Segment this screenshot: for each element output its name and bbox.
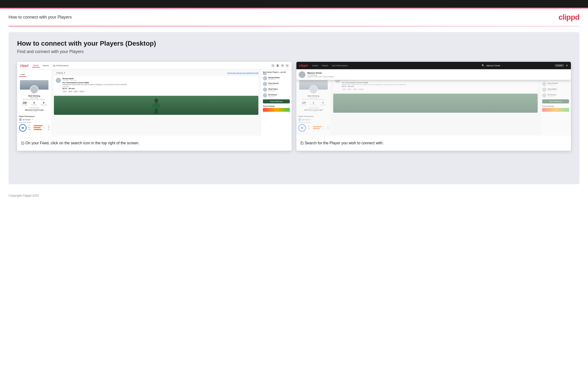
mock-nav-1: clippd Home Teams My Performance 🔍 👤 ⚙ ● — [17, 62, 292, 69]
mock-logo-2: clippd — [299, 64, 307, 67]
mock-feed-area: Following ▼ Control who can see your act… — [52, 69, 261, 136]
search-icon[interactable]: 🔍 — [271, 64, 274, 67]
app-value: 70 — [46, 127, 49, 128]
app-bar-row: APP 70 — [28, 127, 49, 128]
result-avatar — [299, 71, 305, 78]
player-avatar-0 — [263, 76, 267, 80]
activity-card: Richard Butler Yesterday · The Grove Pre… — [54, 76, 258, 94]
activity-avatar — [56, 78, 61, 83]
player-item-0: Richard Butler Activities: 7 — [263, 76, 290, 80]
player-acts-1: Activities: 4 — [268, 84, 278, 86]
arg-label: ARG — [28, 129, 33, 130]
player-item-1: Piers Parnell Activities: 4 — [263, 82, 290, 86]
main-content: How to connect with your Players (Deskto… — [9, 32, 579, 184]
profile-club-2: Mill Ride Golf Club, United Kingdom — [299, 99, 328, 100]
screenshot-2: clippd Home Teams My Performance 🔍 Marcu… — [296, 62, 571, 151]
copyright: Copyright Clippd 2022 — [9, 194, 39, 197]
mock-app-2: clippd Home Teams My Performance 🔍 Marcu… — [296, 62, 571, 136]
result-handicap: 1.5 Handicap — [307, 74, 334, 76]
feed-tab[interactable]: Feed — [19, 73, 26, 77]
activities-label: Activities — [22, 104, 27, 106]
page-title: How to connect with your Players — [9, 15, 72, 20]
hero-subtitle: Find and connect with your Players — [17, 49, 571, 54]
tag-ott: OTT — [62, 91, 67, 92]
quality-row: 84 OTT 79 APP — [19, 124, 49, 132]
arg-bar-row: ARG 84 — [28, 129, 49, 130]
arg-value: 84 — [46, 129, 49, 130]
player-name-0: Richard Butler — [268, 77, 280, 78]
activity-info: Richard Butler Yesterday · The Grove Pre… — [62, 78, 256, 92]
mock-body-1: Feed Blair McHarg Golf Coach Mill Ride G… — [17, 69, 292, 136]
mock-sidebar-1: Feed Blair McHarg Golf Coach Mill Ride G… — [17, 69, 52, 136]
activity-tags: OTT APP ARG PUTT — [62, 91, 256, 92]
screenshots-row: clippd Home Teams My Performance 🔍 👤 ⚙ ● — [17, 62, 571, 151]
header-divider — [9, 26, 579, 26]
mock-nav-home-2: Home — [311, 64, 319, 67]
score-circle: 84 — [19, 124, 26, 132]
tag-arg: ARG — [73, 91, 78, 92]
quality-label: Total Player Quality — [19, 122, 49, 123]
tag-putt: PUTT — [79, 91, 85, 92]
ott-label: OTT — [28, 125, 33, 127]
player-performance-title-2: Player Performance — [298, 116, 329, 117]
search-query-text[interactable]: Marcus Turner — [486, 64, 500, 67]
profile-name: Blair McHarg — [20, 95, 48, 97]
activity-duration: Duration — [62, 86, 256, 87]
activity-meta: Yesterday · The Grove — [62, 79, 256, 81]
ott-bar-row: OTT 79 — [28, 125, 49, 127]
player-avatar-3 — [263, 93, 267, 97]
mock-nav-teams: Teams — [42, 64, 50, 67]
team-dashboard-button-2[interactable]: Team Dashboard — [542, 99, 569, 103]
profile-club: Mill Ride Golf Club, United Kingdom — [20, 99, 48, 100]
svg-rect-1 — [154, 102, 158, 109]
profile-stats: 129 Activities 3 Followers 4 Following — [20, 101, 48, 106]
profile-card-2: Blair McHarg Golf Coach Mill Ride Golf C… — [298, 79, 329, 114]
mock-nav-teams-2: Teams — [321, 64, 329, 67]
profile-role: Golf Coach — [20, 97, 48, 99]
search-bar-nav: 🔍 Marcus Turner — [482, 64, 553, 67]
close-search-button[interactable]: ✕ — [566, 64, 568, 67]
most-active-title: Most Active Players - Last 30 days — [263, 71, 290, 75]
profile-role-2: Golf Coach — [299, 97, 328, 99]
mock-right-panel: Most Active Players - Last 30 days Richa… — [261, 69, 292, 136]
followers-label: Followers — [31, 104, 37, 106]
profile-name-2: Blair McHarg — [299, 95, 328, 97]
player-name-1: Piers Parnell — [268, 83, 278, 84]
heatmap-bar — [263, 108, 290, 112]
top-bar-accent — [0, 8, 588, 9]
player-acts-0: Activities: 7 — [268, 78, 280, 80]
ott-value: 79 — [46, 125, 49, 127]
caption-text-2: 2) Search for the Player you wish to con… — [300, 140, 567, 146]
activities-count: 129 — [22, 101, 27, 104]
svg-rect-5 — [156, 109, 158, 114]
latest-label-2: Latest Activity — [299, 107, 328, 109]
clear-button[interactable]: CLEAR — [555, 64, 564, 67]
player-item-3: Eli Vincent Activities: 1 — [263, 93, 290, 97]
mock-app-1: clippd Home Teams My Performance 🔍 👤 ⚙ ● — [17, 62, 292, 136]
player-acts-3: Activities: 1 — [268, 96, 277, 97]
control-link[interactable]: Control who can see your activity and da… — [227, 72, 258, 74]
player-performance-section-2: Player Performance Eli Vincent ▼ Total P… — [298, 116, 329, 132]
player-acts-2: Activities: 3 — [268, 90, 278, 91]
latest-label: Latest Activity — [20, 107, 48, 109]
team-dashboard-button[interactable]: Team Dashboard — [263, 99, 290, 103]
caption-1: 1) On your Feed, click on the search ico… — [17, 136, 292, 151]
followers-count: 3 — [31, 101, 37, 104]
player-select[interactable]: Eli Vincent ▼ — [19, 118, 49, 121]
result-name: Marcus Turner — [307, 72, 334, 74]
hero-title: How to connect with your Players (Deskto… — [17, 40, 571, 47]
activity-date-2: 27 Jul 2022 — [299, 111, 328, 112]
player-select-2: Eli Vincent ▼ — [298, 118, 329, 121]
footer: Copyright Clippd 2022 — [0, 190, 588, 201]
heatmap-title: Team Heatmap — [263, 105, 290, 107]
heatmap-markers: -5 +5 — [263, 112, 290, 113]
following-button[interactable]: Following ▼ — [54, 71, 68, 74]
player-avatar-2 — [263, 87, 267, 92]
mock-nav-2: clippd Home Teams My Performance 🔍 Marcu… — [296, 62, 571, 69]
player-performance-title: Player Performance — [19, 116, 49, 117]
search-result-item[interactable]: Marcus Turner 1.5 Handicap Cypress Point… — [299, 71, 569, 78]
result-info: Marcus Turner 1.5 Handicap Cypress Point… — [307, 72, 334, 77]
player-name-2: Hiral Pujara — [268, 88, 278, 90]
player-name-3: Eli Vincent — [268, 94, 277, 96]
screenshot-1: clippd Home Teams My Performance 🔍 👤 ⚙ ● — [17, 62, 292, 151]
